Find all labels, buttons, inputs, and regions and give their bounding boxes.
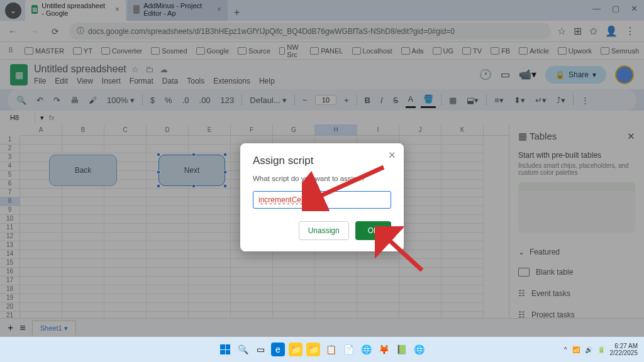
chrome-icon[interactable]: 🌐 (359, 343, 373, 356)
start-icon[interactable] (218, 343, 232, 356)
app-icon[interactable]: 🦊 (377, 343, 391, 356)
assign-script-dialog: ✕ Assign script What script do you want … (240, 143, 404, 251)
app-icon[interactable]: 📗 (394, 343, 408, 356)
clock-date[interactable]: 2/22/2025 (610, 349, 638, 356)
edge-icon[interactable]: e (271, 343, 285, 356)
search-icon[interactable]: 🔍 (236, 343, 250, 356)
modal-overlay: ✕ Assign script What script do you want … (0, 0, 644, 362)
wifi-icon[interactable]: 📶 (572, 346, 580, 353)
battery-icon[interactable]: 🔋 (597, 346, 605, 353)
dialog-prompt: What script do you want to assign? (253, 175, 391, 182)
windows-taskbar: 🔍 ▭ e 📁 📁 📋 📄 🌐 🦊 📗 🌐 ^ 📶 🔊 🔋 6:27 AM 2/… (0, 337, 644, 362)
close-icon[interactable]: ✕ (388, 150, 396, 161)
script-name-input[interactable] (253, 191, 391, 209)
clock-time[interactable]: 6:27 AM (610, 343, 638, 349)
dialog-title: Assign script (253, 155, 391, 167)
task-view-icon[interactable]: ▭ (253, 343, 267, 356)
explorer-icon[interactable]: 📁 (289, 343, 303, 356)
chrome-icon[interactable]: 🌐 (412, 343, 426, 356)
chevron-up-icon[interactable]: ^ (564, 346, 567, 353)
folder-icon[interactable]: 📁 (306, 343, 320, 356)
volume-icon[interactable]: 🔊 (585, 346, 592, 353)
notepad-icon[interactable]: 📄 (341, 343, 355, 356)
unassign-button[interactable]: Unassign (299, 221, 349, 240)
ok-button[interactable]: OK (355, 221, 391, 240)
app-icon[interactable]: 📋 (324, 343, 338, 356)
